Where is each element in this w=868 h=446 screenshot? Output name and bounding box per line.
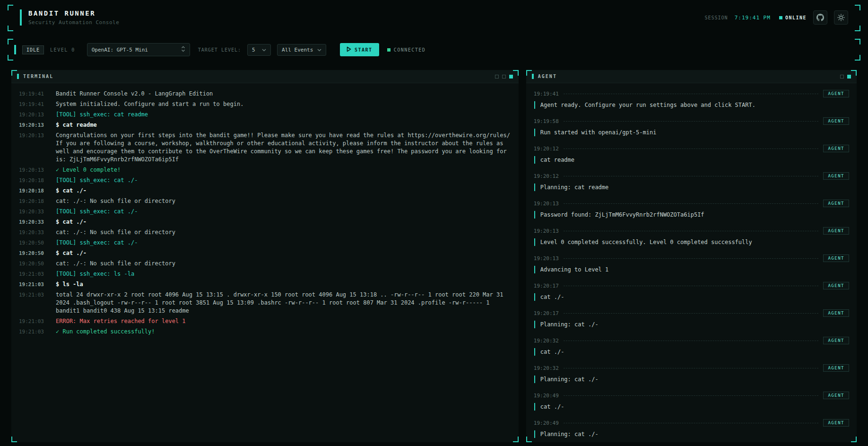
target-level-value: 5 (252, 47, 255, 53)
terminal-line-timestamp: 19:20:50 (19, 260, 48, 268)
dashed-divider (564, 94, 819, 94)
terminal-line-timestamp: 19:21:03 (19, 291, 48, 315)
terminal-line-timestamp: 19:20:33 (19, 228, 48, 236)
terminal-line-timestamp: 19:20:13 (19, 166, 48, 174)
agent-event: 19:19:58 AGENT Run started with openai/g… (534, 117, 849, 136)
panel-accent-bar (17, 74, 19, 79)
event-filter-select[interactable]: All Events (277, 44, 326, 56)
terminal-line: 19:19:41 Bandit Runner Console v2.0 - La… (19, 90, 511, 98)
agent-event-badge: AGENT (823, 309, 849, 317)
agent-event-header: 19:20:17 AGENT (534, 282, 849, 289)
agent-event-message: Planning: cat ./- (534, 376, 849, 383)
terminal-line-timestamp: 19:20:18 (19, 176, 48, 184)
terminal-line-timestamp: 19:20:33 (19, 218, 48, 226)
level-label: LEVEL 0 (50, 47, 75, 52)
terminal-line-text: System initialized. Configure and start … (56, 100, 511, 108)
agent-event-message: cat ./- (534, 403, 849, 411)
agent-event-header: 19:20:12 AGENT (534, 145, 849, 152)
terminal-line-text: ERROR: Max retries reached for level 1 (56, 317, 511, 325)
agent-event-badge: AGENT (823, 90, 849, 97)
agent-event-timestamp: 19:20:32 (534, 338, 559, 344)
terminal-line-timestamp: 19:20:18 (19, 187, 48, 195)
terminal-line-text: $ cat ./- (56, 187, 511, 195)
agent-event: 19:20:49 AGENT cat ./- (534, 392, 849, 411)
agent-event-timestamp: 19:20:49 (534, 420, 559, 426)
model-select[interactable]: OpenAI: GPT-5 Mini (87, 43, 190, 56)
agent-event: 19:19:41 AGENT Agent ready. Configure yo… (534, 90, 849, 109)
agent-event-badge: AGENT (823, 419, 849, 427)
agent-event-header: 19:20:17 AGENT (534, 309, 849, 317)
agent-event-timestamp: 19:20:12 (534, 173, 559, 179)
agent-event-header: 19:20:49 AGENT (534, 419, 849, 427)
start-button[interactable]: START (340, 43, 379, 56)
agent-event-header: 19:20:49 AGENT (534, 392, 849, 399)
agent-event-header: 19:20:13 AGENT (534, 200, 849, 207)
agent-panel-title: AGENT (538, 74, 557, 79)
agent-window-buttons (840, 75, 851, 79)
agent-event-badge: AGENT (823, 145, 849, 152)
terminal-line-timestamp: 19:21:03 (19, 280, 48, 289)
model-select-value: OpenAI: GPT-5 Mini (92, 47, 148, 53)
dashed-divider (564, 231, 819, 231)
agent-event-message: cat ./- (534, 293, 849, 301)
agent-event-header: 19:19:41 AGENT (534, 90, 849, 97)
terminal-line: 19:20:13 [TOOL] ssh_exec: cat readme (19, 111, 511, 119)
session-label: SESSION (704, 15, 728, 20)
theme-toggle-button[interactable] (834, 10, 848, 25)
dashed-divider (564, 423, 819, 423)
agent-event-timestamp: 19:20:32 (534, 365, 559, 371)
page-title: BANDIT RUNNER (28, 9, 119, 17)
event-filter-value: All Events (282, 47, 313, 53)
agent-event-header: 19:20:12 AGENT (534, 172, 849, 180)
agent-event-timestamp: 19:20:13 (534, 228, 559, 234)
dashed-divider (564, 395, 819, 396)
terminal-line-text: Congratulations on your first steps into… (56, 131, 511, 164)
target-level-select[interactable]: 5 (247, 44, 271, 56)
github-icon (816, 14, 824, 21)
agent-event-badge: AGENT (823, 172, 849, 180)
dashed-divider (564, 176, 819, 176)
agent-event-message: Planning: cat ./- (534, 321, 849, 328)
agent-event-message: Planning: cat readme (534, 184, 849, 191)
window-button[interactable] (509, 75, 513, 79)
terminal-line-timestamp: 19:21:03 (19, 270, 48, 278)
app-header: BANDIT RUNNER Security Automation Consol… (8, 5, 860, 31)
agent-event: 19:20:49 AGENT Planning: cat ./- (534, 419, 849, 438)
agent-event-message: cat readme (534, 156, 849, 164)
agent-event-message: cat ./- (534, 348, 849, 356)
terminal-line-text: [TOOL] ssh_exec: cat readme (56, 111, 511, 119)
agent-event-feed[interactable]: 19:19:41 AGENT Agent ready. Configure yo… (526, 83, 857, 442)
terminal-log[interactable]: 19:19:41 Bandit Runner Console v2.0 - La… (11, 83, 519, 442)
terminal-line: 19:20:33 $ cat ./- (19, 218, 511, 226)
github-button[interactable] (813, 10, 827, 25)
agent-event: 19:20:13 AGENT Advancing to Level 1 (534, 254, 849, 273)
terminal-panel: TERMINAL 19:19:41 Bandit Runner Console … (11, 70, 519, 442)
chevron-up-down-icon (181, 46, 185, 53)
terminal-line-text: $ cat ./- (56, 249, 511, 257)
control-accent-bar (14, 45, 16, 54)
agent-event: 19:20:13 AGENT Level 0 completed success… (534, 227, 849, 246)
window-button[interactable] (847, 75, 851, 79)
window-button[interactable] (840, 75, 844, 79)
terminal-line-text: $ cat readme (56, 121, 511, 129)
agent-event-badge: AGENT (823, 254, 849, 262)
window-button[interactable] (502, 75, 506, 79)
terminal-line: 19:21:03 [TOOL] ssh_exec: ls -la (19, 270, 511, 278)
terminal-window-buttons (495, 75, 513, 79)
terminal-line-text: cat: ./-: No such file or directory (56, 197, 511, 205)
terminal-line: 19:20:50 cat: ./-: No such file or direc… (19, 260, 511, 268)
dashed-divider (564, 258, 819, 259)
agent-event-timestamp: 19:20:49 (534, 393, 559, 399)
agent-event: 19:20:32 AGENT cat ./- (534, 337, 849, 356)
window-button[interactable] (495, 75, 499, 79)
agent-event-timestamp: 19:20:17 (534, 283, 559, 289)
terminal-line: 19:20:18 [TOOL] ssh_exec: cat ./- (19, 176, 511, 184)
terminal-line-timestamp: 19:20:50 (19, 249, 48, 257)
agent-event-message: Level 0 completed successfully. Level 0 … (534, 238, 849, 246)
header-brand: BANDIT RUNNER Security Automation Consol… (20, 9, 119, 26)
terminal-line: 19:20:13 Congratulations on your first s… (19, 131, 511, 164)
chevron-down-icon (262, 47, 266, 53)
main-area: TERMINAL 19:19:41 Bandit Runner Console … (11, 70, 857, 442)
title-block: BANDIT RUNNER Security Automation Consol… (28, 9, 119, 26)
agent-event: 19:20:32 AGENT Planning: cat ./- (534, 364, 849, 383)
